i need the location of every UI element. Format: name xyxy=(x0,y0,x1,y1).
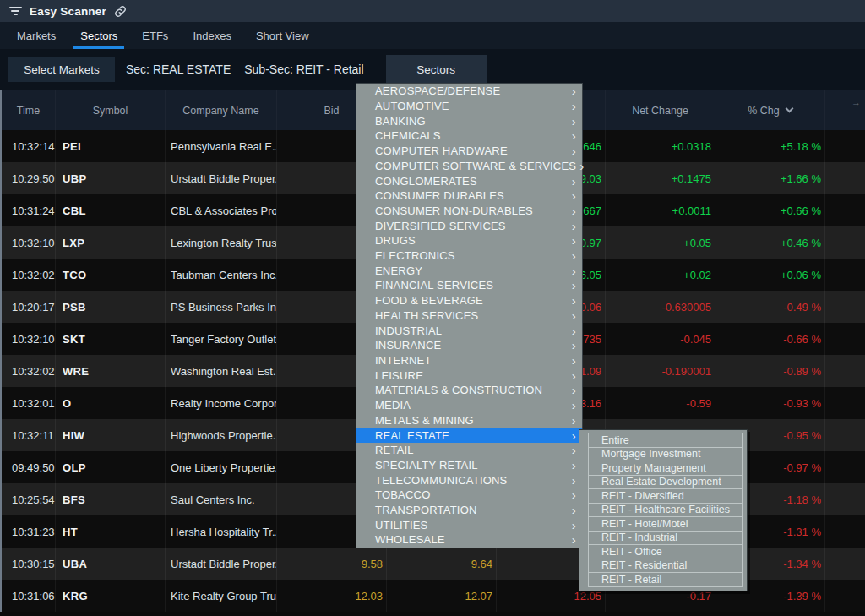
sector-menu-item[interactable]: COMPUTER SOFTWARE & SERVICES› xyxy=(356,159,582,174)
subsector-menu-item[interactable]: REIT - Diversified xyxy=(588,488,743,504)
sector-menu-item-label: WHOLESALE xyxy=(375,533,445,546)
subsector-menu-item[interactable]: REIT - Office xyxy=(588,544,743,559)
column-header-net[interactable]: Net Change xyxy=(606,90,715,130)
sector-menu-item[interactable]: CONGLOMERATES› xyxy=(356,173,582,188)
sector-menu-item[interactable]: RETAIL› xyxy=(356,443,582,458)
sector-menu-item[interactable]: SPECIALTY RETAIL› xyxy=(356,458,582,473)
sector-menu-item[interactable]: BANKING› xyxy=(356,113,582,128)
sector-menu-item-label: COMPUTER HARDWARE xyxy=(375,144,508,157)
subsector-menu-item[interactable]: Property Management xyxy=(588,461,743,476)
sector-menu-item-label: TOBACCO xyxy=(375,488,430,501)
tab-indexes[interactable]: Indexes xyxy=(186,22,238,49)
sector-menu-item[interactable]: UTILITIES› xyxy=(356,517,582,532)
sector-menu-item[interactable]: ELECTRONICS› xyxy=(356,248,582,264)
sector-menu-item[interactable]: LEISURE› xyxy=(356,368,582,383)
sector-menu-item[interactable]: TOBACCO› xyxy=(356,488,582,503)
column-header-time[interactable]: Time xyxy=(2,90,56,130)
top-bar: Easy Scanner xyxy=(0,0,865,22)
symbol-cell: BFS xyxy=(56,483,166,515)
spacer-cell xyxy=(825,483,865,515)
subsector-menu-item[interactable]: Mortgage Investment xyxy=(588,447,743,462)
sector-menu-item-label: REAL ESTATE xyxy=(375,429,449,442)
sector-menu-item[interactable]: FOOD & BEVERAGE› xyxy=(356,293,582,308)
subsector-menu-item[interactable]: REIT - Healthcare Facilities xyxy=(588,503,743,518)
tab-markets[interactable]: Markets xyxy=(10,22,63,49)
sector-menu-item-label: DIVERSIFIED SERVICES xyxy=(375,220,506,232)
company-cell: Urstadt Biddle Proper... xyxy=(166,162,277,194)
scroll-right-icon[interactable]: → xyxy=(851,97,861,107)
sector-menu-item[interactable]: INDUSTRIAL› xyxy=(356,323,582,338)
column-header-label: Bid xyxy=(324,105,339,117)
subsector-menu-item[interactable]: Real Estate Development xyxy=(588,475,743,490)
sector-menu-item[interactable]: CHEMICALS› xyxy=(356,128,582,144)
filter-icon[interactable] xyxy=(8,7,22,15)
company-cell: Urstadt Biddle Proper... xyxy=(166,548,277,580)
sector-menu-item[interactable]: CONSUMER DURABLES› xyxy=(356,188,582,204)
subsector-menu-item[interactable]: REIT - Hotel/Motel xyxy=(588,516,743,532)
tab-sectors[interactable]: Sectors xyxy=(73,22,124,49)
subsector-menu-item[interactable]: REIT - Retail xyxy=(588,572,743,587)
chevron-right-icon: › xyxy=(572,175,576,188)
sector-menu-item-label: FOOD & BEVERAGE xyxy=(375,294,483,307)
sector-menu-item-label: UTILITIES xyxy=(375,519,427,532)
spacer-cell xyxy=(825,291,865,323)
sector-menu-item[interactable]: WHOLESALE› xyxy=(356,532,582,548)
net-cell: +0.0318 xyxy=(606,130,715,162)
sector-menu-item[interactable]: COMPUTER HARDWARE› xyxy=(356,144,582,159)
company-cell: Saul Centers Inc. xyxy=(166,483,277,515)
sector-label: Sec: REAL ESTATE xyxy=(126,63,231,76)
chevron-right-icon: › xyxy=(572,488,576,501)
spacer-cell xyxy=(825,515,865,548)
sector-menu-item-label: CONSUMER DURABLES xyxy=(375,189,504,202)
sector-menu-item-label: RETAIL xyxy=(375,444,414,456)
net-cell: -0.59 xyxy=(606,387,715,419)
sector-menu-item[interactable]: CONSUMER NON-DURABLES› xyxy=(356,204,582,219)
spacer-cell xyxy=(825,580,865,612)
symbol-cell: SKT xyxy=(56,323,166,355)
sector-menu-item[interactable]: FINANCIAL SERVICES› xyxy=(356,278,582,293)
sector-menu-item[interactable]: METALS & MINING› xyxy=(356,412,582,428)
sector-menu-item[interactable]: AEROSPACE/DEFENSE› xyxy=(356,84,582,99)
sectors-button[interactable]: Sectors xyxy=(386,55,487,84)
subsector-menu-item[interactable]: REIT - Industrial xyxy=(588,531,743,546)
sector-menu-item[interactable]: REAL ESTATE› xyxy=(356,428,582,443)
chevron-right-icon: › xyxy=(572,354,576,367)
sector-menu-item[interactable]: AUTOMOTIVE› xyxy=(356,99,582,114)
sector-menu-item[interactable]: TELECOMMUNICATIONS› xyxy=(356,472,582,488)
sector-menu-item[interactable]: MEDIA› xyxy=(356,398,582,413)
symbol-cell: UBA xyxy=(56,548,166,580)
sector-menu-item-label: DRUGS xyxy=(375,234,416,247)
sector-menu-item[interactable]: TRANSPORTATION› xyxy=(356,503,582,518)
sector-menu-item[interactable]: MATERIALS & CONSTRUCTION› xyxy=(356,383,582,398)
time-cell: 10:31:23 xyxy=(2,515,56,548)
sector-menu-item[interactable]: INSURANCE› xyxy=(356,338,582,353)
symbol-cell: LXP xyxy=(56,226,166,259)
subsector-menu-item[interactable]: REIT - Residential xyxy=(588,559,743,574)
company-cell: Washington Real Est... xyxy=(166,355,277,387)
app-title: Easy Scanner xyxy=(30,5,106,18)
chevron-right-icon: › xyxy=(572,84,576,97)
chevron-right-icon: › xyxy=(572,234,576,247)
company-cell: Tanger Factory Outlet... xyxy=(166,323,277,355)
sector-menu-item-label: CHEMICALS xyxy=(375,129,441,142)
sector-menu-item[interactable]: ENERGY› xyxy=(356,263,582,278)
column-header-symbol[interactable]: Symbol xyxy=(56,90,166,130)
sector-menu-item[interactable]: DIVERSIFIED SERVICES› xyxy=(356,218,582,233)
spacer-cell xyxy=(825,226,865,259)
column-header-pct[interactable]: % Chg xyxy=(715,90,825,130)
sector-menu-item[interactable]: INTERNET› xyxy=(356,353,582,368)
tab-etfs[interactable]: ETFs xyxy=(135,22,175,49)
company-cell: Kite Realty Group Trust xyxy=(166,580,277,612)
link-icon[interactable] xyxy=(114,5,127,18)
subsector-menu-item[interactable]: Entire xyxy=(588,433,743,448)
sector-menu-item[interactable]: HEALTH SERVICES› xyxy=(356,308,582,324)
sector-menu-item-label: CONSUMER NON-DURABLES xyxy=(375,204,533,217)
spacer-cell xyxy=(825,194,865,226)
time-cell: 10:32:11 xyxy=(2,419,56,451)
sector-menu-item[interactable]: DRUGS› xyxy=(356,233,582,248)
column-header-company[interactable]: Company Name xyxy=(166,90,277,130)
select-markets-button[interactable]: Select Markets xyxy=(8,57,115,82)
time-cell: 09:49:50 xyxy=(2,451,56,483)
chevron-right-icon: › xyxy=(572,399,576,412)
tab-short-view[interactable]: Short View xyxy=(249,22,316,49)
